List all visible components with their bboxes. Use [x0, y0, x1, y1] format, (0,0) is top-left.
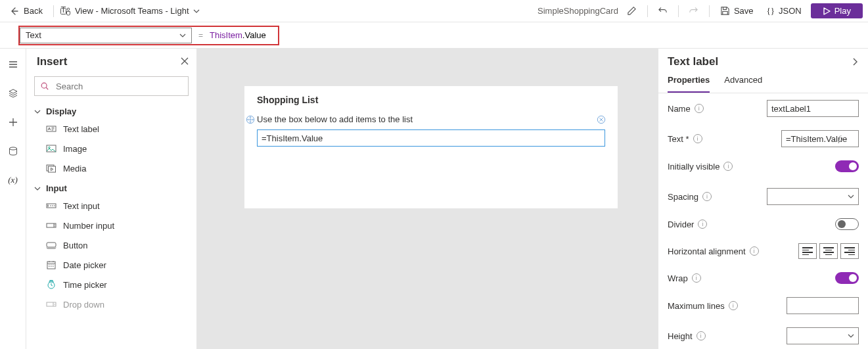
undo-button[interactable]	[654, 3, 672, 20]
chevron-right-icon[interactable]	[851, 58, 859, 66]
number-input-icon	[46, 220, 57, 231]
visible-toggle[interactable]	[835, 160, 859, 172]
tab-properties[interactable]: Properties	[668, 71, 710, 93]
save-button[interactable]: Save	[716, 3, 758, 18]
json-button[interactable]: {} JSON	[763, 3, 806, 19]
fx-button[interactable]: fx	[838, 133, 844, 144]
chevron-down-icon	[193, 8, 200, 14]
text-label-icon	[46, 124, 57, 134]
info-icon[interactable]: i	[698, 220, 707, 229]
variable-icon: (x)	[8, 175, 17, 185]
info-icon[interactable]: i	[750, 246, 759, 256]
card-hint: Use the box below to add items to the li…	[257, 114, 413, 124]
move-icon	[246, 115, 255, 124]
info-icon[interactable]: i	[702, 192, 712, 201]
wrap-toggle[interactable]	[835, 272, 859, 284]
insert-drop-down[interactable]: Drop down	[26, 294, 196, 314]
json-label: JSON	[779, 6, 802, 16]
rail-tree[interactable]	[5, 85, 21, 101]
tab-advanced[interactable]: Advanced	[724, 71, 762, 93]
insert-image[interactable]: Image	[26, 139, 196, 158]
view-picker[interactable]: T View - Microsoft Teams - Light	[60, 6, 200, 16]
rail-data[interactable]	[5, 143, 21, 159]
save-icon	[720, 6, 730, 16]
close-icon	[181, 57, 189, 65]
svg-point-4	[41, 83, 47, 88]
redo-icon	[689, 6, 698, 16]
arrow-left-icon	[9, 6, 20, 16]
align-left-button[interactable]	[798, 243, 817, 259]
category-display[interactable]: Display	[26, 101, 196, 119]
divider-toggle[interactable]	[835, 218, 859, 230]
chevron-down-icon	[179, 32, 186, 39]
halign-label: Horizontal alignment	[668, 246, 746, 256]
chevron-down-icon	[34, 185, 41, 192]
search-icon	[40, 81, 49, 91]
card-shopping-list[interactable]: Shopping List Use the box below to add i…	[244, 86, 618, 208]
back-button[interactable]: Back	[5, 3, 47, 19]
dropdown-icon	[46, 299, 57, 310]
rail-hamburger[interactable]	[5, 57, 21, 72]
maxlines-input[interactable]	[787, 297, 859, 314]
divider	[647, 5, 648, 17]
insert-title: Insert	[37, 55, 67, 68]
rail-variables[interactable]: (x)	[5, 172, 21, 188]
formula-bar-highlight: Text = ThisItem.Value	[18, 26, 279, 45]
divider	[53, 5, 54, 17]
info-icon[interactable]: i	[693, 134, 702, 143]
delete-handle[interactable]	[596, 114, 606, 125]
text-input-icon	[46, 200, 57, 211]
insert-text-label[interactable]: Text label	[26, 119, 196, 139]
align-right-button[interactable]	[840, 243, 859, 259]
media-icon	[46, 163, 57, 174]
text-input[interactable]	[781, 130, 859, 147]
app-name: SimpleShoppingCard	[537, 6, 618, 16]
move-handle[interactable]	[245, 114, 256, 125]
info-icon[interactable]: i	[695, 104, 704, 113]
insert-time-picker[interactable]: Time picker	[26, 275, 196, 294]
insert-search[interactable]	[34, 76, 189, 96]
item-label: Drop down	[63, 300, 104, 310]
insert-search-input[interactable]	[55, 81, 183, 92]
info-icon[interactable]: i	[723, 162, 733, 171]
insert-text-input[interactable]: Text input	[26, 196, 196, 216]
button-icon	[46, 240, 57, 250]
svg-point-3	[9, 147, 16, 150]
edit-name-button[interactable]	[624, 3, 641, 20]
align-center-button[interactable]	[819, 243, 838, 259]
info-icon[interactable]: i	[729, 301, 738, 310]
property-selector[interactable]: Text	[20, 28, 192, 43]
hamburger-icon	[8, 59, 18, 70]
chevron-down-icon	[848, 333, 854, 339]
info-icon[interactable]: i	[697, 331, 706, 340]
svg-rect-12	[47, 243, 56, 247]
insert-date-picker[interactable]: Date picker	[26, 255, 196, 275]
height-select[interactable]	[787, 327, 859, 344]
name-input[interactable]	[767, 100, 859, 117]
pencil-icon	[627, 6, 637, 16]
view-label: View - Microsoft Teams - Light	[75, 6, 189, 16]
property-selector-value: Text	[26, 30, 41, 40]
insert-media[interactable]: Media	[26, 158, 196, 178]
chevron-down-icon	[848, 193, 854, 200]
rail-insert[interactable]	[5, 114, 21, 130]
canvas[interactable]: Shopping List Use the box below to add i…	[197, 49, 658, 349]
category-input[interactable]: Input	[26, 178, 196, 196]
formula-input[interactable]: ThisItem.Value	[210, 30, 266, 41]
selected-text-label[interactable]: =ThisItem.Value	[257, 129, 605, 147]
spacing-select[interactable]	[767, 188, 859, 205]
chevron-down-icon	[34, 108, 41, 115]
insert-button[interactable]: Button	[26, 235, 196, 255]
info-icon[interactable]: i	[692, 273, 701, 283]
formula-token-thisitem: ThisItem	[210, 30, 242, 40]
play-button[interactable]: Play	[811, 3, 863, 18]
item-label: Button	[63, 241, 88, 250]
svg-rect-11	[47, 223, 56, 227]
close-pane-button[interactable]	[181, 57, 189, 67]
redo-button[interactable]	[685, 3, 702, 20]
category-display-label: Display	[46, 106, 76, 116]
time-picker-icon	[46, 279, 57, 290]
insert-number-input[interactable]: Number input	[26, 216, 196, 235]
item-label: Number input	[63, 221, 114, 231]
left-rail: (x)	[0, 49, 26, 349]
